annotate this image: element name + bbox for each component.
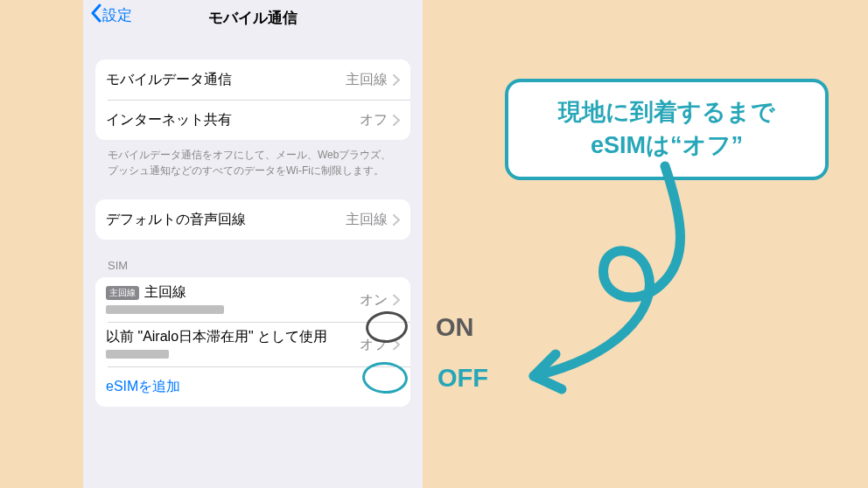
annotation-arrow-icon — [508, 157, 735, 411]
sim-status: オン — [360, 290, 388, 309]
personal-hotspot-row[interactable]: インターネット共有 オフ — [95, 100, 410, 140]
sim-section-label: SIM — [108, 259, 423, 272]
sim-status: オフ — [360, 335, 388, 353]
chevron-right-icon — [393, 338, 400, 350]
sim-name: 主回線 — [144, 283, 186, 302]
back-button[interactable]: 設定 — [90, 3, 132, 27]
back-label: 設定 — [102, 5, 132, 25]
redacted-text — [106, 305, 224, 314]
row-label: インターネット共有 — [106, 111, 232, 129]
sim-airalo-row[interactable]: 以前 "Airalo日本滞在用" として使用 オフ — [95, 322, 410, 366]
row-value: 主回線 — [346, 211, 388, 229]
add-esim-row[interactable]: eSIMを追加 — [95, 366, 410, 407]
sim-badge: 主回線 — [106, 286, 139, 300]
ios-settings-cellular-screen: 設定 モバイル通信 モバイルデータ通信 主回線 インターネット共有 オフ モバイ… — [83, 0, 423, 488]
annotation-off-label: OFF — [438, 364, 488, 393]
row-label: モバイルデータ通信 — [106, 71, 232, 89]
chevron-right-icon — [393, 74, 400, 86]
cellular-data-row[interactable]: モバイルデータ通信 主回線 — [95, 59, 410, 100]
annotation-callout: 現地に到着するまで eSIMは“オフ” — [505, 79, 829, 180]
row-value: 主回線 — [346, 71, 388, 89]
row-label: デフォルトの音声回線 — [106, 211, 246, 229]
chevron-right-icon — [393, 294, 400, 305]
sim-group: 主回線 主回線 オン 以前 "Airalo日本滞在用" として使用 オフ eSI… — [95, 277, 410, 407]
sim-name: 以前 "Airalo日本滞在用" として使用 — [106, 328, 327, 346]
redacted-text — [106, 350, 169, 359]
callout-line: 現地に到着するまで — [524, 96, 809, 129]
callout-line: eSIMは“オフ” — [524, 129, 809, 163]
page-title: モバイル通信 — [208, 8, 298, 28]
sim-primary-row[interactable]: 主回線 主回線 オン — [95, 277, 410, 322]
chevron-left-icon — [90, 3, 102, 27]
add-esim-label: eSIMを追加 — [106, 378, 180, 396]
chevron-right-icon — [393, 115, 400, 126]
voice-group: デフォルトの音声回線 主回線 — [95, 199, 410, 240]
nav-bar: 設定 モバイル通信 — [83, 0, 423, 33]
data-footnote: モバイルデータ通信をオフにして、メール、Webブラウズ、プッシュ通知などのすべて… — [108, 147, 398, 178]
annotation-on-label: ON — [436, 313, 474, 342]
chevron-right-icon — [393, 214, 400, 226]
default-voice-row[interactable]: デフォルトの音声回線 主回線 — [95, 199, 410, 240]
data-group: モバイルデータ通信 主回線 インターネット共有 オフ — [95, 59, 410, 140]
row-value: オフ — [360, 111, 388, 129]
